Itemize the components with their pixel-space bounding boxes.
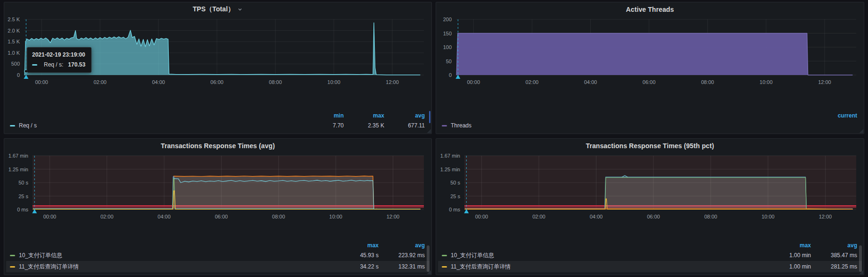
legend-row-transaction-10[interactable]: 10_支付订单信息 45.93 s 223.92 ms — [10, 250, 425, 261]
legend-max-value: 1.00 min — [768, 252, 811, 259]
y-axis-tick-label: 50 s — [437, 180, 460, 185]
panel-title-response-95pct[interactable]: Transactions Response Times (95th pct) — [586, 142, 714, 150]
x-axis-tick-label: 08:00 — [272, 214, 285, 219]
legend-series-label: 11_支付后查询订单详情 — [451, 263, 768, 271]
threads-legend: current Threads — [436, 111, 864, 134]
active-threads-chart[interactable]: 05010015020000:0002:0004:0006:0008:0010:… — [437, 19, 859, 90]
x-axis-tick-label: 12:00 — [386, 79, 399, 85]
legend-scrollbar[interactable] — [859, 245, 862, 272]
panel-resize-handle[interactable] — [859, 129, 863, 133]
y-axis-tick-label: 50 s — [5, 180, 28, 185]
x-axis-tick-label: 00:00 — [467, 79, 480, 85]
legend-scrollbar[interactable] — [427, 245, 430, 272]
legend-max-value: 1.00 min — [768, 263, 811, 270]
legend-series-label: 10_支付订单信息 — [451, 252, 768, 260]
y-axis-tick-label: 1.67 min — [5, 153, 28, 159]
x-axis-tick-label: 04:00 — [152, 79, 165, 85]
legend-avg-value: 677.11 — [384, 122, 425, 129]
x-axis-tick-label: 02:00 — [100, 214, 114, 219]
legend-scrollbar[interactable] — [429, 111, 430, 123]
y-axis-tick-label: 25 s — [437, 193, 460, 199]
dashboard-grid: TPS（Total） 05001.0 K1.5 K2.0 K2.5 K00:00… — [0, 0, 868, 277]
y-axis-tick-label: 1.25 min — [5, 167, 28, 172]
legend-avg-value: 281.25 ms — [811, 263, 857, 270]
y-axis-tick-label: 100 — [437, 44, 452, 50]
panel-resize-handle[interactable] — [427, 129, 431, 133]
pct-legend: max avg 10_支付订单信息 1.00 min 385.47 ms 11_… — [436, 241, 864, 275]
x-axis-tick-label: 00:00 — [475, 214, 488, 219]
y-axis-tick-label: 0 — [5, 72, 20, 78]
response-avg-chart[interactable]: 0 ms25 s50 s1.25 min1.67 min00:0002:0004… — [5, 156, 427, 225]
panel-response-avg: Transactions Response Times (avg) 0 ms25… — [4, 138, 432, 275]
x-axis-tick-label: 12:00 — [819, 214, 832, 219]
x-axis-tick-label: 08:00 — [269, 79, 282, 85]
x-axis-tick-label: 00:00 — [35, 79, 48, 85]
x-axis-tick-label: 06:00 — [210, 79, 223, 85]
y-axis-tick-label: 150 — [437, 31, 452, 36]
legend-series-dash — [10, 266, 15, 268]
panel-resize-handle[interactable] — [427, 270, 431, 274]
panel-response-95pct: Transactions Response Times (95th pct) 0… — [436, 138, 864, 275]
x-axis-tick-label: 00:00 — [43, 214, 57, 219]
x-axis-tick-label: 10:00 — [761, 214, 775, 219]
chevron-down-icon[interactable] — [237, 7, 243, 12]
legend-series-label: 10_支付订单信息 — [19, 252, 335, 260]
legend-avg-value: 385.47 ms — [811, 252, 857, 259]
x-axis-tick-label: 12:00 — [818, 79, 831, 85]
response-95pct-chart[interactable]: 0 ms25 s50 s1.25 min1.67 min00:0002:0004… — [437, 156, 859, 225]
x-axis-tick-label: 10:00 — [327, 79, 340, 85]
legend-header-avg[interactable]: avg — [811, 242, 857, 249]
x-axis-tick-label: 06:00 — [643, 79, 656, 85]
panel-title-response-avg[interactable]: Transactions Response Times (avg) — [161, 142, 275, 150]
legend-series-dash — [442, 125, 447, 126]
legend-header-max[interactable]: max — [335, 242, 379, 249]
x-axis-tick-label: 02:00 — [532, 214, 546, 219]
x-axis-tick-label: 04:00 — [584, 79, 597, 85]
y-axis-tick-label: 1.5 K — [5, 39, 20, 44]
y-axis-tick-label: 25 s — [5, 193, 28, 199]
legend-header-max[interactable]: max — [768, 242, 811, 249]
tps-chart[interactable]: 05001.0 K1.5 K2.0 K2.5 K00:0002:0004:000… — [5, 19, 427, 90]
legend-avg-value: 223.92 ms — [379, 252, 425, 259]
x-axis-tick-label: 06:00 — [647, 214, 660, 219]
y-axis-tick-label: 2.5 K — [5, 17, 20, 22]
legend-row-req-s[interactable]: Req / s 7.70 2.35 K 677.11 — [10, 120, 425, 131]
y-axis-tick-label: 2.0 K — [5, 28, 20, 34]
y-axis-tick-label: 1.0 K — [5, 50, 20, 56]
panel-title-active-threads[interactable]: Active Threads — [626, 6, 674, 13]
panel-active-threads: Active Threads 05010015020000:0002:0004:… — [436, 2, 864, 134]
legend-header-max[interactable]: max — [344, 112, 384, 119]
panel-resize-handle[interactable] — [859, 270, 863, 274]
avg-legend: max avg 10_支付订单信息 45.93 s 223.92 ms 11_支… — [4, 241, 431, 275]
legend-series-label: 11_支付后查询订单详情 — [19, 263, 335, 271]
x-axis-tick-label: 02:00 — [93, 79, 107, 85]
legend-avg-value: 132.31 ms — [379, 263, 425, 270]
y-axis-tick-label: 0 ms — [437, 207, 460, 212]
legend-row-threads[interactable]: Threads — [442, 120, 857, 131]
legend-header-avg[interactable]: avg — [384, 112, 425, 119]
x-axis-tick-label: 12:00 — [387, 214, 400, 219]
legend-row-transaction-10[interactable]: 10_支付订单信息 1.00 min 385.47 ms — [442, 250, 857, 261]
y-axis-tick-label: 500 — [5, 61, 20, 67]
x-axis-tick-label: 10:00 — [760, 79, 773, 85]
x-axis-tick-label: 08:00 — [701, 79, 714, 85]
legend-row-transaction-11[interactable]: 11_支付后查询订单详情 34.22 s 132.31 ms — [6, 261, 430, 272]
y-axis-tick-label: 1.67 min — [437, 153, 460, 159]
x-axis-tick-label: 02:00 — [526, 79, 539, 85]
x-axis-tick-label: 06:00 — [215, 214, 228, 219]
legend-series-dash — [10, 255, 15, 256]
legend-min-value: 7.70 — [314, 122, 344, 129]
legend-series-dash — [10, 125, 15, 126]
legend-max-value: 2.35 K — [344, 122, 384, 129]
legend-series-label: Req / s — [19, 122, 314, 129]
legend-header-min[interactable]: min — [314, 112, 344, 119]
legend-series-label: Threads — [451, 122, 857, 129]
y-axis-tick-label: 0 — [437, 72, 452, 78]
legend-row-transaction-11[interactable]: 11_支付后查询订单详情 1.00 min 281.25 ms — [438, 261, 862, 272]
tps-legend: min max avg Req / s 7.70 2.35 K 677.11 — [4, 111, 431, 134]
legend-header-avg[interactable]: avg — [379, 242, 425, 249]
panel-title-tps[interactable]: TPS（Total） — [193, 5, 235, 14]
legend-series-dash — [442, 266, 447, 268]
y-axis-tick-label: 200 — [437, 17, 452, 22]
legend-header-current[interactable]: current — [817, 112, 857, 119]
